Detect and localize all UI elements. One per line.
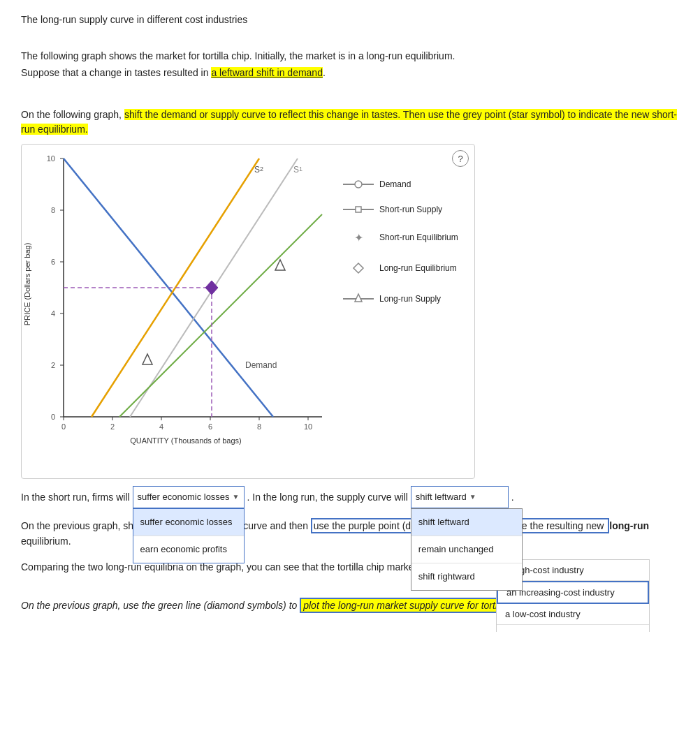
chart-svg: 0 2 4 6 8 10 0 2 4 6 8 10 <box>22 145 336 466</box>
firms-option-losses[interactable]: suffer economic losses <box>133 509 244 536</box>
intro-text-2: Suppose that a change in tastes resulted… <box>21 67 679 78</box>
intro-text-1: The following graph shows the market for… <box>21 50 679 61</box>
help-button[interactable]: ? <box>452 150 469 167</box>
svg-text:2: 2 <box>260 165 263 172</box>
svg-text:6: 6 <box>208 422 212 431</box>
supply-dropdown-wrapper[interactable]: shift leftward ▼ shift leftward remain u… <box>411 486 509 508</box>
cost-option-decreasing[interactable]: a decreasing-cost industry <box>497 625 649 632</box>
short-run-prefix: In the short run, firms will <box>21 487 130 507</box>
firms-dropdown[interactable]: suffer economic losses ▼ <box>133 486 245 508</box>
demand-legend-label: Demand <box>379 179 411 189</box>
svg-text:6: 6 <box>51 258 55 266</box>
svg-text:10: 10 <box>47 154 55 163</box>
intro2-highlight: a leftward shift in demand <box>211 67 323 78</box>
on-prev-prefix: On the previous graph, use the green lin… <box>21 600 300 611</box>
svg-text:QUANTITY (Thousands of bags): QUANTITY (Thousands of bags) <box>130 436 241 445</box>
short-run-eq-legend-label: Short-run Equilibrium <box>379 233 458 242</box>
supply-option-left[interactable]: shift leftward <box>411 509 522 536</box>
supply-option-unchanged[interactable]: remain unchanged <box>411 536 522 563</box>
svg-text:2: 2 <box>110 422 115 431</box>
supply-popup: shift leftward remain unchanged shift ri… <box>411 508 523 591</box>
short-run-supply-legend-label: Short-run Supply <box>379 205 442 214</box>
svg-text:1: 1 <box>299 165 302 172</box>
svg-text:8: 8 <box>51 206 55 214</box>
long-run-supply-legend-icon <box>343 291 374 307</box>
short-run-supply-legend-icon <box>343 205 374 214</box>
svg-marker-38 <box>205 281 218 295</box>
on-graph-instruction: On the previous graph, show the shift in… <box>21 518 650 549</box>
long-run-supply-legend-label: Long-run Supply <box>379 294 441 304</box>
svg-text:2: 2 <box>51 361 55 369</box>
svg-text:✦: ✦ <box>354 232 363 244</box>
firms-selected-value: suffer economic losses <box>138 488 230 506</box>
svg-marker-49 <box>355 294 362 302</box>
comparing-section: Comparing the two long-run equilibria on… <box>21 559 650 575</box>
short-run-row: In the short run, firms will suffer econ… <box>21 486 650 508</box>
on-graph-suffix: equilibrium. <box>21 536 71 547</box>
svg-text:0: 0 <box>61 422 66 431</box>
svg-text:4: 4 <box>159 422 163 431</box>
short-run-suffix: . <box>511 487 514 507</box>
intro2-prefix: Suppose that a change in tastes resulted… <box>21 67 211 78</box>
svg-point-43 <box>355 181 362 188</box>
svg-text:S: S <box>254 165 260 175</box>
svg-text:S: S <box>293 165 299 175</box>
legend-long-run-supply: Long-run Supply <box>343 291 458 307</box>
svg-line-35 <box>119 214 322 417</box>
svg-marker-47 <box>353 263 363 273</box>
long-run-eq-legend-icon <box>343 260 374 276</box>
legend-short-run-eq: ✦ Short-run Equilibrium <box>343 230 458 245</box>
svg-rect-45 <box>356 207 361 212</box>
short-run-middle: . In the long run, the supply curve will <box>247 487 408 507</box>
svg-marker-39 <box>143 354 152 364</box>
supply-option-right[interactable]: shift rightward <box>411 563 522 590</box>
graph-container: ? 0 2 4 6 8 10 0 2 4 <box>21 144 475 479</box>
long-run-eq-legend-label: Long-run Equilibrium <box>379 263 457 273</box>
firms-popup: suffer economic losses earn economic pro… <box>133 508 245 563</box>
legend-demand: Demand <box>343 179 458 189</box>
legend-short-run-supply: Short-run Supply <box>343 205 458 214</box>
supply-dropdown[interactable]: shift leftward ▼ <box>411 486 509 508</box>
svg-text:4: 4 <box>51 309 55 318</box>
instruction-box: On the following graph, shift the demand… <box>21 108 679 137</box>
short-run-eq-legend-icon: ✦ <box>343 230 374 245</box>
supply-dropdown-caret: ▼ <box>469 490 476 504</box>
firms-dropdown-wrapper[interactable]: suffer economic losses ▼ suffer economic… <box>133 486 245 508</box>
svg-text:Demand: Demand <box>245 360 277 370</box>
on-graph-bold: long-run <box>609 520 649 531</box>
demand-legend-icon <box>343 179 374 189</box>
svg-text:PRICE (Dollars per bag): PRICE (Dollars per bag) <box>23 243 31 326</box>
page-title: The long-run supply curve in different c… <box>21 14 679 25</box>
firms-option-profits[interactable]: earn economic profits <box>133 536 244 563</box>
instruction-prefix: On the following graph, <box>21 109 124 120</box>
svg-text:8: 8 <box>257 422 261 431</box>
supply-selected-value: shift leftward <box>416 488 467 506</box>
svg-text:0: 0 <box>51 413 55 421</box>
svg-text:10: 10 <box>304 422 312 431</box>
legend-long-run-eq: Long-run Equilibrium <box>343 260 458 276</box>
intro2-end: . <box>323 67 326 78</box>
legend-area: Demand Short-run Supply ✦ Short-run Equi… <box>343 179 458 322</box>
cost-option-low[interactable]: a low-cost industry <box>497 604 649 625</box>
firms-dropdown-caret: ▼ <box>233 490 240 504</box>
svg-marker-40 <box>275 260 285 270</box>
short-run-section: In the short run, firms will suffer econ… <box>21 486 650 614</box>
